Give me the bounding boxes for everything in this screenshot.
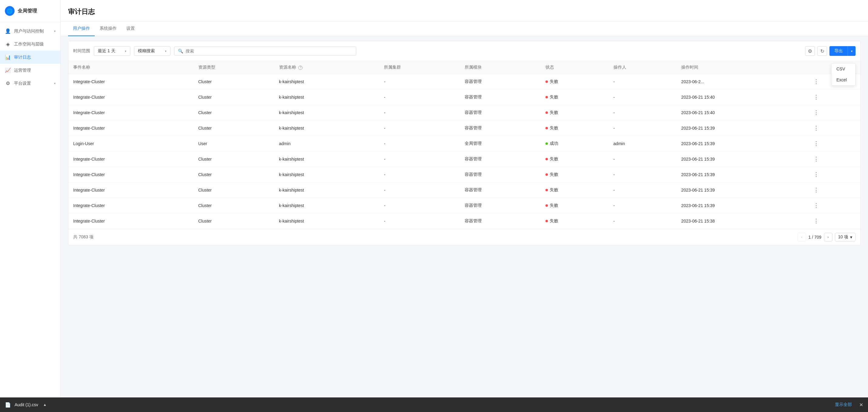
- cell-more: ⋮: [807, 121, 860, 136]
- status-label: 失败: [550, 218, 558, 224]
- chevron-down-icon: ▾: [125, 50, 126, 53]
- cell-resource-name: k-kairshiptest: [274, 105, 379, 121]
- cell-status: 失败: [540, 74, 609, 90]
- search-type-select[interactable]: 模糊搜索 ▾: [134, 46, 170, 56]
- cell-time: 2023-06-21 15:39: [676, 136, 807, 152]
- page-size-select[interactable]: 10 项 ▾: [835, 233, 856, 241]
- cell-resource-type: Cluster: [193, 105, 274, 121]
- row-more-button[interactable]: ⋮: [812, 202, 820, 209]
- cell-resource-name: k-kairshiptest: [274, 167, 379, 183]
- sidebar-item-workspace[interactable]: ◈ 工作空间与层级: [0, 38, 60, 51]
- time-range-value: 最近 1 天: [98, 48, 116, 54]
- col-operator: 操作人: [609, 61, 677, 74]
- pagination-controls: ‹ 1 / 709 › 10 项 ▾: [798, 233, 856, 241]
- close-icon[interactable]: ✕: [859, 402, 863, 408]
- refresh-icon-button[interactable]: ↻: [817, 46, 827, 56]
- cell-more: ⋮: [807, 105, 860, 121]
- show-all-button[interactable]: 显示全部: [835, 402, 852, 407]
- cell-resource-name: k-kairshiptest: [274, 198, 379, 214]
- export-button[interactable]: 导出 ▾: [830, 46, 856, 56]
- cell-resource-type: Cluster: [193, 152, 274, 167]
- sidebar-item-audit-log[interactable]: 📊 审计日志: [0, 51, 60, 64]
- settings-icon-button[interactable]: ⚙: [805, 46, 815, 56]
- tab-system-ops[interactable]: 系统操作: [95, 22, 122, 36]
- export-excel-item[interactable]: Excel: [832, 74, 855, 85]
- time-range-label: 时间范围: [73, 48, 90, 54]
- help-icon: ?: [298, 66, 303, 70]
- cell-operator: admin: [609, 136, 677, 152]
- cell-module: 容器管理: [460, 198, 540, 214]
- page-size-value: 10 项: [838, 234, 848, 240]
- cell-operator: -: [609, 90, 677, 105]
- col-event-name: 事件名称: [68, 61, 193, 74]
- table-row: Integrate-Cluster Cluster k-kairshiptest…: [68, 90, 860, 105]
- cell-status: 失败: [540, 167, 609, 183]
- cell-time: 2023-06-21 15:39: [676, 152, 807, 167]
- status-dot: [546, 81, 548, 83]
- search-box: 🔍: [174, 46, 356, 56]
- cell-more: ⋮: [807, 152, 860, 167]
- cell-cluster: -: [379, 183, 460, 198]
- sidebar-item-operations[interactable]: 📈 运营管理: [0, 64, 60, 77]
- cell-cluster: -: [379, 90, 460, 105]
- time-range-select[interactable]: 最近 1 天 ▾: [94, 46, 130, 56]
- col-status: 状态: [540, 61, 609, 74]
- cell-operator: -: [609, 183, 677, 198]
- chevron-up-icon[interactable]: ▲: [43, 403, 47, 407]
- logo-text: 全局管理: [18, 8, 37, 14]
- cell-status: 成功: [540, 136, 609, 152]
- prev-page-button[interactable]: ‹: [798, 233, 806, 241]
- tab-user-ops[interactable]: 用户操作: [68, 22, 95, 36]
- row-more-button[interactable]: ⋮: [812, 218, 820, 224]
- export-csv-item[interactable]: CSV: [832, 63, 855, 74]
- table-row: Integrate-Cluster Cluster k-kairshiptest…: [68, 105, 860, 121]
- search-input[interactable]: [186, 49, 352, 54]
- sidebar: 🌐 全局管理 👤 用户与访问控制 ▾ ◈ 工作空间与层级 📊 审计日志 📈 运营…: [0, 0, 61, 398]
- pagination-total: 共 7083 项: [73, 234, 94, 240]
- download-filename: Audit (1).csv: [14, 402, 38, 407]
- table-container: 时间范围 最近 1 天 ▾ 模糊搜索 ▾ 🔍 ⚙: [68, 41, 861, 245]
- cell-resource-name: k-kairshiptest: [274, 90, 379, 105]
- row-more-button[interactable]: ⋮: [812, 140, 820, 147]
- cell-cluster: -: [379, 121, 460, 136]
- row-more-button[interactable]: ⋮: [812, 109, 820, 116]
- row-more-button[interactable]: ⋮: [812, 156, 820, 162]
- chevron-down-icon: ▾: [54, 82, 56, 85]
- cell-operator: -: [609, 214, 677, 229]
- sidebar-item-label: 用户与访问控制: [14, 29, 51, 34]
- cell-event: Integrate-Cluster: [68, 214, 193, 229]
- col-module: 所属模块: [460, 61, 540, 74]
- row-more-button[interactable]: ⋮: [812, 94, 820, 100]
- status-label: 失败: [550, 79, 558, 85]
- row-more-button[interactable]: ⋮: [812, 125, 820, 131]
- sidebar-item-user-access[interactable]: 👤 用户与访问控制 ▾: [0, 25, 60, 38]
- tabs-bar: 用户操作 系统操作 设置: [61, 22, 868, 36]
- row-more-button[interactable]: ⋮: [812, 171, 820, 178]
- status-dot: [546, 204, 548, 207]
- sidebar-item-platform-settings[interactable]: ⚙ 平台设置 ▾: [0, 77, 60, 90]
- sidebar-item-label: 平台设置: [14, 81, 51, 86]
- chevron-down-icon: ▾: [848, 47, 856, 55]
- cell-resource-type: Cluster: [193, 74, 274, 90]
- page-title: 审计日志: [68, 7, 861, 17]
- cell-resource-name: k-kairshiptest: [274, 152, 379, 167]
- cell-event: Integrate-Cluster: [68, 74, 193, 90]
- status-dot: [546, 220, 548, 222]
- tab-settings[interactable]: 设置: [122, 22, 140, 36]
- col-resource-type: 资源类型: [193, 61, 274, 74]
- status-label: 失败: [550, 203, 558, 208]
- status-dot: [546, 96, 548, 98]
- chevron-down-icon: ▾: [165, 50, 166, 53]
- next-page-button[interactable]: ›: [824, 233, 833, 241]
- cell-module: 容器管理: [460, 214, 540, 229]
- settings-icon: ⚙: [5, 81, 11, 86]
- cell-cluster: -: [379, 136, 460, 152]
- row-more-button[interactable]: ⋮: [812, 187, 820, 193]
- sidebar-nav: 👤 用户与访问控制 ▾ ◈ 工作空间与层级 📊 审计日志 📈 运营管理 ⚙ 平台…: [0, 22, 60, 398]
- cell-resource-type: Cluster: [193, 121, 274, 136]
- toolbar-actions: ⚙ ↻ 导出 ▾: [805, 46, 856, 56]
- cell-resource-type: Cluster: [193, 90, 274, 105]
- row-more-button[interactable]: ⋮: [812, 78, 820, 85]
- search-icon: 🔍: [178, 49, 183, 54]
- cell-module: 容器管理: [460, 121, 540, 136]
